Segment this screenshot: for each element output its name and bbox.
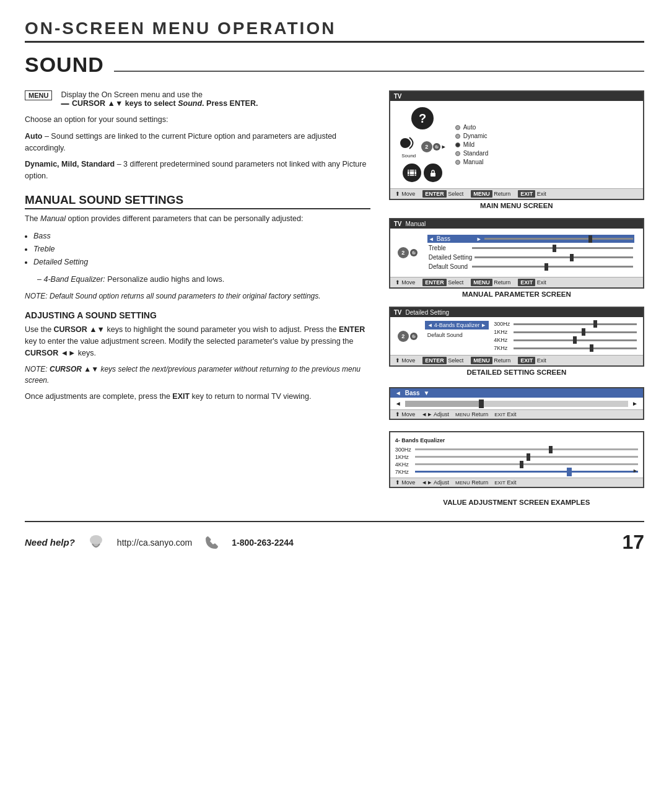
menu-label: MENU xyxy=(25,90,52,100)
detailed-right: ◄ 4-Bands Equalizer ► Default Sound 300H… xyxy=(425,321,637,351)
bottom-icons xyxy=(403,164,442,182)
detailed-setting-screen: TV Detailed Setting 2 xyxy=(389,307,644,367)
band-1khz: 1KHz xyxy=(494,329,637,335)
detailed-default-row: Default Sound xyxy=(425,331,489,339)
phone-icon-left xyxy=(87,534,105,551)
manual-param-bottom-bar: ⬆ Move ENTER Select MENU Return EXIT Exi… xyxy=(390,277,643,287)
detailed-highlighted-row: ◄ 4-Bands Equalizer ► xyxy=(425,321,489,330)
option-mild: Mild xyxy=(455,141,637,148)
footer-page-number: 17 xyxy=(622,531,644,554)
dot-dynamic xyxy=(455,134,460,139)
main-menu-bottom-bar: ⬆ Move ENTER Select MENU Return EXIT Exi… xyxy=(390,188,643,199)
svg-point-11 xyxy=(414,334,416,336)
band-300: 300Hz xyxy=(494,321,637,327)
film-icon xyxy=(403,164,421,182)
manual-param-screen-container: TV Manual 2 xyxy=(389,218,644,298)
number-badge-row: 2 ► xyxy=(421,141,447,152)
page: ON-SCREEN MENU OPERATION SOUND MENU Disp… xyxy=(0,0,669,572)
left-column: MENU Display the On Screen menu and use … xyxy=(25,90,370,506)
bullet-list: Bass Treble Detailed Setting xyxy=(33,230,370,269)
band-7khz: 7KHz xyxy=(494,345,637,351)
sound-wave-icon xyxy=(399,134,419,152)
menu-instruction-bold: CURSOR ▲▼ keys to select Sound. Press EN… xyxy=(72,99,258,108)
svg-point-3 xyxy=(437,144,439,146)
band-4khz: 4KHz xyxy=(494,337,637,343)
manual-param-tv-bar: TV Manual xyxy=(390,219,643,229)
main-menu-screen: TV ? xyxy=(389,90,644,200)
footer-need-help: Need help? xyxy=(25,537,75,548)
adjusting-text2: Once adjustments are complete, press the… xyxy=(25,391,370,403)
svg-point-8 xyxy=(414,251,416,253)
value-adjustment-label: VALUE ADJUSTMENT SCREEN EXAMPLES xyxy=(389,499,644,506)
dot-standard xyxy=(455,151,460,156)
svg-point-12 xyxy=(90,535,102,545)
detailed-setting-screen-container: TV Detailed Setting 2 xyxy=(389,307,644,376)
option-standard: Standard xyxy=(455,150,637,157)
value-bands-screen: 4- Bands Equalizer 300Hz 1KHz xyxy=(389,431,644,488)
value-bass-slider xyxy=(405,401,628,407)
dynamic-desc: Dynamic, Mild, Standard – 3 different pr… xyxy=(25,159,370,182)
detailed-content: 2 xyxy=(390,317,643,355)
footer: Need help? http://ca.sanyo.com 1-800-263… xyxy=(25,521,644,554)
option-auto: Auto xyxy=(455,124,637,131)
manual-param-label: MANUAL PARAMETER SCREEN xyxy=(389,290,644,298)
value-bands-label: 4- Bands Equalizer xyxy=(395,437,445,443)
adjusting-note: NOTE: CURSOR ▲▼ keys select the next/pre… xyxy=(25,364,370,386)
manual-param-screen: TV Manual 2 xyxy=(389,218,644,289)
param-detailed-row: Detailed Setting xyxy=(427,253,634,261)
vb-300: 300Hz xyxy=(395,447,638,453)
value-bands-label-row: 4- Bands Equalizer xyxy=(390,432,643,445)
menu-instruction: MENU Display the On Screen menu and use … xyxy=(25,90,370,108)
detailed-menu-items: ◄ 4-Bands Equalizer ► Default Sound xyxy=(425,321,489,351)
page-header: ON-SCREEN MENU OPERATION xyxy=(25,19,644,43)
detailed-bottom-bar: ⬆ Move ENTER Select MENU Return EXIT Exi… xyxy=(390,355,643,365)
svg-rect-5 xyxy=(431,173,435,177)
main-menu-screen-container: TV ? xyxy=(389,90,644,209)
value-bands-footer: ⬆ Move ◄► Adjust MENU Return EXIT Exit xyxy=(390,478,643,487)
right-column: TV ? xyxy=(389,90,644,506)
detailed-bands: 300Hz 1KHz xyxy=(494,321,637,351)
dot-auto xyxy=(455,125,460,130)
manual-num-badge: 2 xyxy=(398,247,409,258)
footer-phone: 1-800-263-2244 xyxy=(232,538,294,548)
bullet-detailed: Detailed Setting xyxy=(33,256,370,269)
manual-label: Manual xyxy=(406,220,426,227)
detailed-left: 2 xyxy=(396,328,419,344)
detailed-num-badge: 2 xyxy=(398,331,409,342)
manual-knob-icon xyxy=(410,248,418,257)
detailed-tv-bar: TV Detailed Setting xyxy=(390,308,643,317)
bullet-treble: Treble xyxy=(33,243,370,256)
main-menu-tv-label: TV xyxy=(394,93,402,100)
bass-slider xyxy=(484,236,633,242)
main-menu-label: MAIN MENU SCREEN xyxy=(389,202,644,209)
detailed-setting-label: DETAILED SETTING SCREEN xyxy=(389,369,644,376)
main-menu-options: Auto Dynamic Mild xyxy=(455,105,637,185)
sound-icon-row: Sound 2 ► xyxy=(399,134,447,159)
footer-url: http://ca.sanyo.com xyxy=(117,538,192,548)
default-slider xyxy=(472,264,633,270)
adjusting-section-title: ADJUSTING A SOUND SETTING xyxy=(25,310,370,320)
num-badge: 2 xyxy=(421,141,432,152)
dot-mild xyxy=(455,142,460,147)
main-menu-tv-bar: TV xyxy=(390,92,643,101)
detailed-slider xyxy=(474,255,633,261)
value-bass-screen: ◄ Bass ▼ ◄ ► ⬆ Move ◄► Adjust MENU Retur… xyxy=(389,387,644,420)
value-bass-footer: ⬆ Move ◄► Adjust MENU Return EXIT Exit xyxy=(390,409,643,419)
value-bass-bar: ◄ Bass ▼ xyxy=(390,388,643,398)
menu-instruction-text: Display the On Screen menu and use the C… xyxy=(61,90,258,108)
param-bass-row: ◄ Bass ► xyxy=(427,235,634,243)
value-bands-sliders: 300Hz 1KHz 4KHz xyxy=(390,445,643,478)
sound-label: Sound xyxy=(401,153,416,159)
note-default: NOTE: Default Sound option returns all s… xyxy=(25,290,370,302)
bullet-bass: Bass xyxy=(33,230,370,243)
value-bass-slider-row: ◄ ► xyxy=(390,398,643,409)
adjusting-text1: Use the CURSOR ▲▼ keys to highlight the … xyxy=(25,324,370,359)
phone-icon-right xyxy=(204,535,219,550)
vb-7khz: 7KHz ► xyxy=(395,469,638,475)
option-manual: Manual xyxy=(455,159,637,165)
cursor-key-box xyxy=(61,103,69,105)
question-icon: ? xyxy=(411,107,434,129)
manual-params: ◄ Bass ► Treble xyxy=(425,232,637,273)
detailed-title: Detailed Setting xyxy=(406,309,450,316)
indent-4band: – 4-Band Equalizer: Personalize audio hi… xyxy=(37,274,370,286)
